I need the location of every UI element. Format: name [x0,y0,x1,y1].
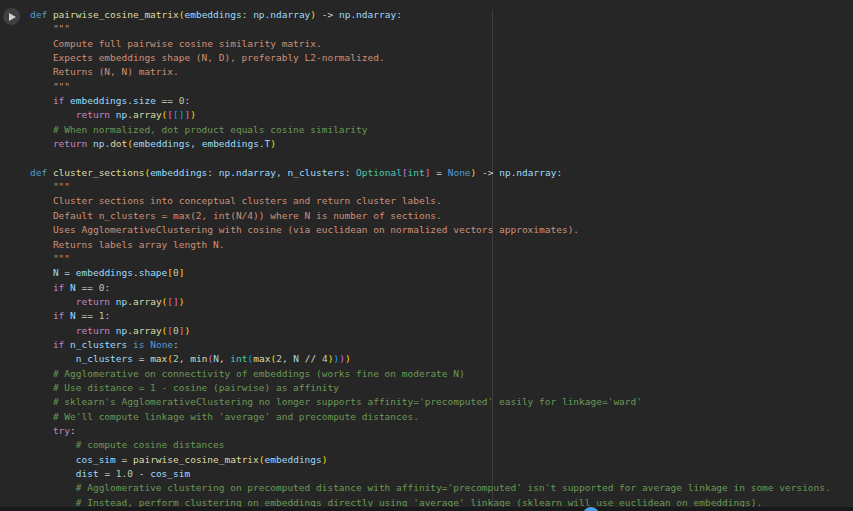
code-token [30,282,53,293]
code-token: return [76,109,116,120]
code-token: """ [30,181,70,192]
code-token: embeddings [133,138,190,149]
code-token: cos_sim [150,468,190,479]
code-token: = [133,353,150,364]
code-editor-window: def pairwise_cosine_matrix(embeddings: n… [0,0,853,511]
run-cell-button[interactable] [3,8,20,25]
code-line-5: Returns (N, N) matrix. [30,65,831,79]
code-token: Uses AgglomerativeClustering with cosine… [30,224,579,235]
code-token: # When normalized, dot product equals co… [53,124,368,135]
code-token: = [431,167,448,178]
code-token: max [150,353,167,364]
code-token: = [59,267,76,278]
code-token: np.ndarray [253,9,310,20]
code-line-13: """ [30,180,831,194]
code-line-2: """ [30,22,831,36]
code-token: int [408,167,425,178]
code-token: array [133,109,162,120]
code-token [30,339,53,350]
code-line-27: # Use distance = 1 - cosine (pairwise) a… [30,381,831,395]
code-token: ) [345,353,351,364]
code-token: : [345,167,356,178]
code-area[interactable]: def pairwise_cosine_matrix(embeddings: n… [30,8,831,510]
code-token: """ [30,253,70,264]
code-token: min [190,353,207,364]
code-token: is [133,339,144,350]
code-token: np [93,138,104,149]
code-token: try [53,425,70,436]
code-token [30,109,76,120]
code-token: embeddings.shape [76,267,168,278]
code-token: # We'll compute linkage with 'average' a… [53,411,419,422]
code-token: dist [76,468,99,479]
code-line-22: if N == 1: [30,309,831,323]
code-token: # Use distance = 1 - cosine (pairwise) a… [53,382,339,393]
code-token: """ [30,81,70,92]
code-token: cos_sim [76,454,116,465]
play-icon [9,13,16,21]
code-token [30,325,76,336]
code-token: np [116,109,127,120]
code-line-17: Returns labels array length N. [30,238,831,252]
code-token: Expects embeddings shape (N, D), prefera… [30,52,385,63]
code-line-25: n_clusters = max(2, min(N, int(max(2, N … [30,352,831,366]
code-token: cluster_sections [53,167,145,178]
code-token: = [116,454,133,465]
code-token: np.ndarray [339,9,396,20]
code-line-23: return np.array([0]) [30,324,831,338]
code-token: return [76,296,116,307]
code-token: pairwise_cosine_matrix [53,9,179,20]
code-token: ) [179,296,185,307]
code-token: embeddings [265,454,322,465]
code-line-21: return np.array([]) [30,295,831,309]
code-token: , [276,167,287,178]
code-token: None [150,339,173,350]
code-token [30,439,76,450]
code-token: ) [270,138,276,149]
code-token: return [76,325,116,336]
code-token: n_clusters [76,353,133,364]
code-token: None [448,167,471,178]
code-token [30,411,53,422]
code-line-3: Compute full pairwise cosine similarity … [30,37,831,51]
code-token: def [30,167,53,178]
code-line-33: dist = 1.0 - cos_sim [30,467,831,481]
code-line-19: N = embeddings.shape[0] [30,266,831,280]
code-token: if [53,95,70,106]
code-token: Cluster sections into conceptual cluster… [30,195,442,206]
code-line-10: return np.dot(embeddings, embeddings.T) [30,137,831,151]
code-token: # compute cosine distances [76,439,225,450]
code-token [30,454,76,465]
code-line-24: if n_clusters is None: [30,338,831,352]
code-line-31: # compute cosine distances [30,438,831,452]
code-line-20: if N == 0: [30,281,831,295]
code-token: np [116,325,127,336]
code-token: : [556,167,562,178]
code-token: , [282,353,293,364]
code-line-18: """ [30,252,831,266]
code-line-26: # Agglomerative on connectivity of embed… [30,367,831,381]
code-token: # sklearn's AgglomerativeClustering no l… [53,396,642,407]
code-token: np.ndarray [219,167,276,178]
code-token: , [190,138,201,149]
code-token: np [116,296,127,307]
code-line-16: Uses AgglomerativeClustering with cosine… [30,223,831,237]
code-token: embeddings [184,9,241,20]
code-token: # Agglomerative clustering on precompute… [76,482,831,493]
code-token: : [207,167,218,178]
code-token: // [299,353,322,364]
code-token: n_clusters [70,339,127,350]
code-token: if [53,310,70,321]
code-token [30,353,76,364]
code-token [30,95,53,106]
code-token: == [76,282,99,293]
code-token: n_clusters [287,167,344,178]
code-token: ) [185,325,191,336]
code-line-15: Default n_clusters = max(2, int(N/4)) wh… [30,209,831,223]
code-token [30,382,53,393]
code-token: embeddings.T [202,138,271,149]
code-token: : [173,339,179,350]
code-token [30,138,53,149]
code-line-12: def cluster_sections(embeddings: np.ndar… [30,166,831,180]
code-token: : [184,95,190,106]
